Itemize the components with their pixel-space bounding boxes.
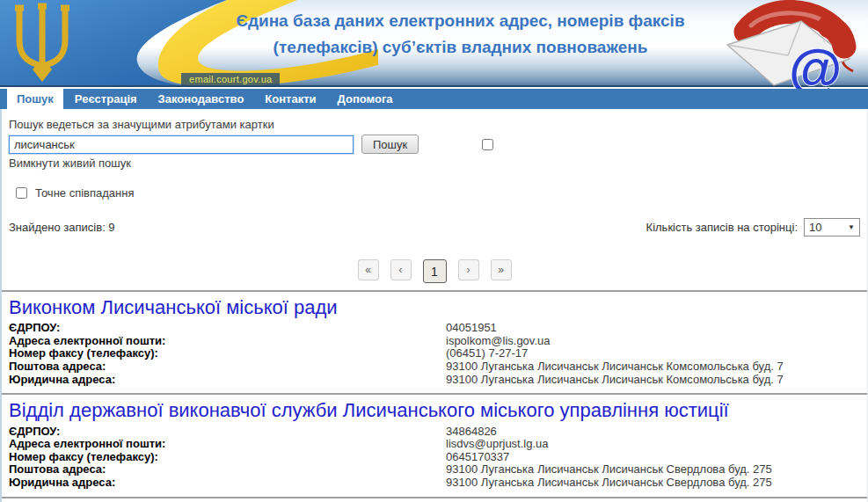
live-search-checkbox[interactable] bbox=[482, 139, 493, 150]
page-first-button[interactable]: « bbox=[358, 259, 379, 280]
results-list: Виконком Лисичанської міської ради ЄДРПО… bbox=[2, 290, 867, 502]
main-content: Пошук ведеться за значущими атрибутами к… bbox=[0, 109, 868, 502]
chevron-down-icon: ▼ bbox=[848, 223, 855, 231]
search-input[interactable] bbox=[9, 135, 354, 154]
field-value: 0645170337 bbox=[446, 451, 860, 464]
record-field-row: ЄДРПОУ: 34864826 bbox=[9, 426, 860, 439]
tab-kontakty[interactable]: Контакти bbox=[255, 89, 325, 109]
field-label: Номер факсу (телефаксу): bbox=[9, 451, 446, 464]
domain-badge: email.court.gov.ua bbox=[181, 73, 280, 85]
exact-match-row: Точне співпадання bbox=[9, 186, 860, 200]
search-row: Пошук bbox=[9, 135, 860, 154]
record-field-row: Адреса електронної пошти: ispolkom@lis.g… bbox=[9, 335, 860, 348]
record-title[interactable]: Відділ державної виконавчої служби Лисич… bbox=[9, 399, 860, 421]
phone-email-graphic: @ bbox=[712, 0, 868, 89]
site-title: Єдина база даних електронних адрес, номе… bbox=[207, 8, 714, 61]
result-record: Відділ державної реєстрації актів цивіль… bbox=[2, 497, 867, 502]
field-value: ispolkom@lis.gov.ua bbox=[446, 335, 860, 348]
results-meta-row: Знайдено записів: 9 Кількість записів на… bbox=[9, 218, 860, 236]
record-field-row: Юридична адреса: 93100 Луганська Лисичан… bbox=[9, 374, 860, 387]
field-value: lisdvs@uprjust.lg.ua bbox=[446, 438, 860, 451]
tab-reiestratsiia[interactable]: Реєстрація bbox=[65, 89, 147, 109]
main-nav: Пошук Реєстрація Законодавство Контакти … bbox=[0, 89, 868, 109]
exact-match-label: Точне співпадання bbox=[35, 186, 134, 200]
records-found-label: Знайдено записів: 9 bbox=[9, 221, 115, 234]
field-value: 34864826 bbox=[446, 426, 860, 439]
page-last-button[interactable]: » bbox=[491, 259, 512, 280]
site-title-line1: Єдина база даних електронних адрес, номе… bbox=[207, 8, 714, 34]
record-field-row: Номер факсу (телефаксу): (06451) 7-27-17 bbox=[9, 347, 860, 360]
field-label: ЄДРПОУ: bbox=[9, 426, 446, 439]
field-value: 93100 Луганська Лисичанськ Лисичанськ Св… bbox=[446, 477, 860, 490]
field-label: Поштова адреса: bbox=[9, 360, 446, 374]
pagination: « ‹ 1 › » bbox=[9, 259, 860, 283]
live-search-label: Вимкнути живий пошук bbox=[9, 156, 860, 170]
field-value: 04051951 bbox=[446, 322, 860, 335]
record-field-row: Поштова адреса: 93100 Луганська Лисичанс… bbox=[9, 360, 860, 374]
field-value: (06451) 7-27-17 bbox=[446, 347, 860, 360]
field-value: 93100 Луганська Лисичанськ Лисичанськ Ко… bbox=[446, 374, 860, 387]
field-label: Адреса електронної пошти: bbox=[9, 335, 446, 348]
tab-poshuk[interactable]: Пошук bbox=[7, 89, 63, 109]
record-field-row: Номер факсу (телефаксу): 0645170337 bbox=[9, 451, 860, 464]
record-field-row: Адреса електронної пошти: lisdvs@uprjust… bbox=[9, 438, 860, 451]
page-root: @ Єдина база даних електронних адрес, но… bbox=[0, 0, 868, 502]
page-current-button[interactable]: 1 bbox=[423, 259, 447, 283]
tab-zakonodavstvo[interactable]: Законодавство bbox=[149, 89, 254, 109]
at-icon: @ bbox=[789, 38, 842, 89]
tab-dopomoha[interactable]: Допомога bbox=[328, 89, 403, 109]
per-page-wrap: Кількість записів на сторінці: 10 ▼ bbox=[646, 218, 860, 236]
field-label: Номер факсу (телефаксу): bbox=[9, 347, 446, 360]
field-label: ЄДРПОУ: bbox=[9, 322, 446, 335]
field-label: Адреса електронної пошти: bbox=[9, 438, 446, 451]
page-prev-button[interactable]: ‹ bbox=[390, 259, 412, 280]
record-title[interactable]: Виконком Лисичанської міської ради bbox=[9, 296, 860, 318]
result-record: Відділ державної виконавчої служби Лисич… bbox=[2, 393, 867, 496]
per-page-value: 10 bbox=[809, 221, 821, 234]
per-page-select[interactable]: 10 ▼ bbox=[804, 218, 860, 236]
record-field-row: Юридична адреса: 93100 Луганська Лисичан… bbox=[9, 477, 860, 490]
field-value: 93100 Луганська Лисичанськ Лисичанськ Св… bbox=[446, 463, 860, 477]
field-label: Юридична адреса: bbox=[9, 477, 446, 490]
field-label: Юридична адреса: bbox=[9, 374, 446, 387]
per-page-label: Кількість записів на сторінці: bbox=[646, 221, 798, 234]
search-hint-label: Пошук ведеться за значущими атрибутами к… bbox=[9, 118, 860, 131]
result-record: Виконком Лисичанської міської ради ЄДРПО… bbox=[2, 290, 867, 393]
record-field-row: ЄДРПОУ: 04051951 bbox=[9, 322, 860, 335]
record-field-row: Поштова адреса: 93100 Луганська Лисичанс… bbox=[9, 463, 860, 477]
search-button[interactable]: Пошук bbox=[361, 135, 419, 154]
site-title-line2: (телефаксів) суб’єктів владних повноваже… bbox=[207, 34, 714, 61]
field-label: Поштова адреса: bbox=[9, 463, 446, 477]
site-header: @ Єдина база даних електронних адрес, но… bbox=[0, 0, 868, 87]
field-value: 93100 Луганська Лисичанськ Лисичанськ Ко… bbox=[446, 360, 860, 374]
exact-match-checkbox[interactable] bbox=[16, 187, 27, 199]
page-next-button[interactable]: › bbox=[458, 259, 479, 280]
